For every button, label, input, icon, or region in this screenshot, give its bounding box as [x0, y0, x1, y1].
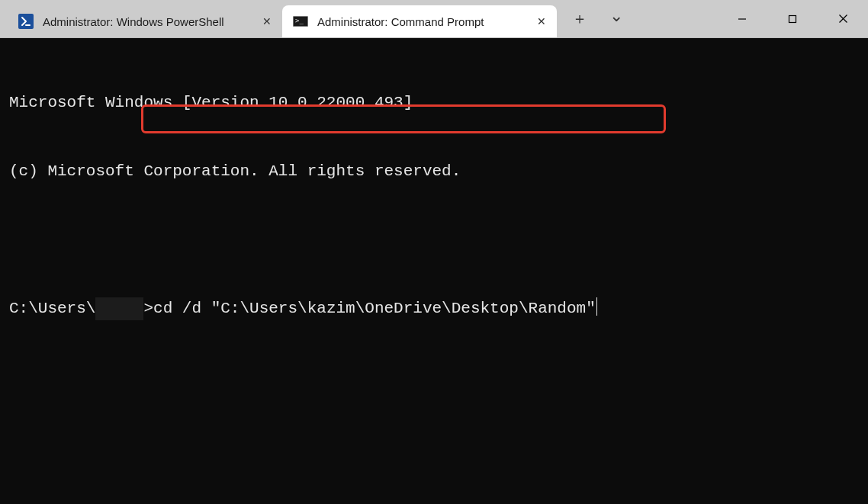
maximize-icon: [788, 14, 797, 24]
tab-powershell[interactable]: Administrator: Windows PowerShell ✕: [8, 5, 282, 37]
close-icon: ✕: [262, 15, 272, 27]
plus-icon: ＋: [572, 8, 587, 29]
close-icon: [838, 14, 848, 24]
terminal-line: (c) Microsoft Corporation. All rights re…: [9, 160, 859, 183]
title-bar: Administrator: Windows PowerShell ✕ >_ A…: [0, 0, 868, 38]
minimize-icon: [738, 14, 747, 24]
prompt-path-prefix: C:\Users\: [9, 300, 95, 317]
terminal-blank-line: [9, 229, 859, 252]
terminal-prompt-line: C:\Users\ >cd /d "C:\Users\kazim\OneDriv…: [9, 297, 859, 320]
chevron-down-icon: ⌄: [609, 12, 623, 20]
minimize-button[interactable]: [717, 0, 767, 37]
redacted-username: [95, 297, 143, 320]
tab-label: Administrator: Command Prompt: [317, 15, 529, 28]
window-controls: [717, 0, 868, 37]
terminal-area[interactable]: Microsoft Windows [Version 10.0.22000.49…: [0, 38, 868, 504]
tab-dropdown-button[interactable]: ⌄: [598, 4, 635, 34]
typed-command: cd /d "C:\Users\kazim\OneDrive\Desktop\R…: [153, 300, 596, 317]
svg-rect-2: [789, 15, 796, 22]
close-icon: ✕: [537, 15, 546, 27]
cmd-icon: >_: [293, 14, 308, 29]
text-cursor: [596, 297, 597, 316]
tab-actions: ＋ ⌄: [557, 0, 635, 37]
tab-strip: Administrator: Windows PowerShell ✕ >_ A…: [0, 0, 557, 37]
terminal-line: Microsoft Windows [Version 10.0.22000.49…: [9, 91, 859, 114]
new-tab-button[interactable]: ＋: [561, 4, 598, 34]
tab-close-button[interactable]: ✕: [255, 9, 279, 34]
window-close-button[interactable]: [818, 0, 868, 37]
tab-cmd[interactable]: >_ Administrator: Command Prompt ✕: [282, 5, 557, 37]
maximize-button[interactable]: [767, 0, 818, 37]
tab-close-button[interactable]: ✕: [529, 9, 554, 34]
tab-label: Administrator: Windows PowerShell: [43, 15, 255, 28]
prompt-separator: >: [143, 300, 153, 317]
powershell-icon: [18, 14, 34, 29]
